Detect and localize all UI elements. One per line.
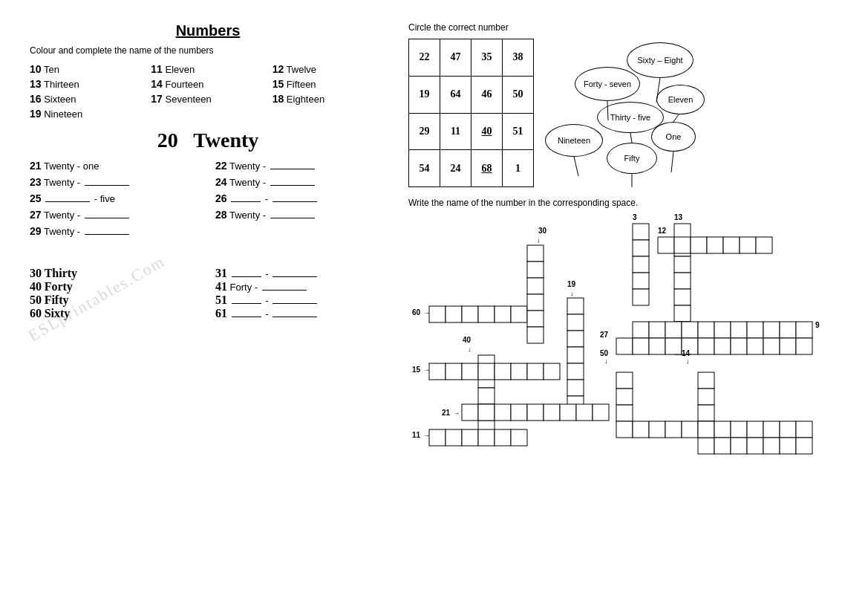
num-14: 14 Fourteen (151, 78, 264, 90)
svg-rect-145 (796, 438, 812, 454)
svg-rect-106 (649, 338, 665, 354)
svg-line-2 (673, 114, 679, 122)
svg-rect-51 (462, 404, 478, 421)
svg-line-3 (630, 133, 632, 143)
svg-rect-84 (658, 237, 674, 253)
cell-68: 68 (471, 150, 503, 187)
svg-rect-13 (462, 306, 478, 322)
svg-rect-52 (478, 404, 495, 421)
svg-rect-26 (567, 314, 584, 331)
svg-rect-137 (763, 421, 780, 438)
num-18: 18 Eighteen (273, 93, 386, 105)
tens-left-col: 30 Thirty 40 Forty 50 Fifty 60 Sixty (30, 267, 200, 320)
svg-rect-135 (731, 421, 747, 438)
svg-rect-110 (714, 338, 731, 354)
svg-rect-109 (698, 338, 714, 354)
svg-rect-22 (527, 327, 544, 343)
svg-rect-104 (616, 338, 633, 354)
cell-64: 64 (440, 76, 471, 113)
svg-rect-128 (698, 438, 714, 454)
balloon-forty-seven: Forty - seven (575, 67, 640, 101)
crossword-svg: 30 ↓ 60 → 19 (408, 212, 824, 465)
balloon-one: One (651, 122, 696, 152)
svg-rect-98 (731, 322, 747, 338)
svg-rect-75 (633, 289, 649, 305)
svg-rect-143 (763, 438, 780, 454)
numbers-21-29: 21 Twenty - one 22 Twenty - 23 Twenty - … (30, 160, 386, 237)
svg-rect-19 (527, 278, 544, 294)
svg-rect-47 (527, 363, 544, 380)
num-60: 60 Sixty (30, 307, 200, 320)
svg-rect-44 (478, 363, 495, 380)
svg-rect-88 (723, 237, 740, 253)
svg-rect-18 (527, 262, 544, 278)
svg-text:→: → (453, 409, 460, 417)
svg-rect-99 (747, 322, 763, 338)
svg-rect-113 (763, 338, 780, 354)
svg-rect-141 (731, 438, 747, 454)
svg-text:↓: ↓ (537, 236, 541, 244)
cell-19: 19 (409, 76, 440, 113)
num-28: 28 Twenty - (215, 209, 386, 221)
svg-rect-115 (796, 338, 812, 354)
svg-rect-85 (674, 237, 691, 253)
num-22: 22 Twenty - (215, 160, 386, 172)
svg-rect-122 (616, 405, 633, 421)
svg-text:30: 30 (538, 227, 547, 235)
svg-text:13: 13 (674, 213, 683, 221)
svg-rect-74 (633, 273, 649, 289)
svg-rect-101 (780, 322, 796, 338)
num-16: 16 Sixteen (30, 93, 143, 105)
svg-rect-136 (747, 421, 763, 438)
svg-line-4 (574, 157, 578, 176)
svg-rect-144 (780, 438, 796, 454)
num-21: 21 Twenty - one (30, 160, 200, 172)
svg-rect-138 (780, 421, 796, 438)
svg-rect-72 (633, 240, 649, 256)
svg-rect-87 (707, 237, 723, 253)
svg-rect-48 (544, 363, 560, 380)
svg-text:↓: ↓ (570, 290, 574, 297)
svg-rect-63 (446, 429, 462, 446)
left-column: Numbers Colour and complete the name of … (30, 22, 386, 588)
svg-rect-11 (429, 306, 446, 322)
write-instruction: Write the name of the number in the corr… (408, 198, 838, 208)
instruction-colour: Colour and complete the name of the numb… (30, 45, 386, 56)
svg-text:50: 50 (600, 349, 609, 357)
cell-29: 29 (409, 113, 440, 150)
svg-rect-14 (478, 306, 495, 322)
circle-instruction: Circle the correct number (408, 22, 838, 33)
svg-rect-96 (698, 322, 714, 338)
svg-rect-112 (747, 338, 763, 354)
svg-rect-89 (740, 237, 756, 253)
num-29: 29 Twenty - (30, 225, 200, 237)
num-17: 17 Seventeen (151, 93, 264, 105)
svg-rect-20 (527, 294, 544, 311)
svg-text:19: 19 (567, 280, 576, 288)
balloon-nineteen: Nineteen (545, 124, 603, 157)
cell-35: 35 (471, 39, 503, 77)
svg-text:9: 9 (815, 321, 820, 329)
svg-text:3: 3 (633, 213, 637, 221)
cell-24: 24 (440, 150, 471, 187)
svg-rect-57 (560, 404, 576, 421)
svg-text:40: 40 (463, 336, 471, 344)
svg-rect-55 (527, 404, 544, 421)
svg-rect-53 (495, 404, 511, 421)
tens-section: 30 Thirty 40 Forty 50 Fifty 60 Sixty 31 … (30, 267, 386, 320)
right-column: Circle the correct number 22 47 35 38 19… (408, 22, 838, 588)
twenty-title: 20 Twenty (30, 129, 386, 152)
svg-rect-120 (616, 372, 633, 389)
svg-rect-132 (682, 421, 698, 438)
svg-rect-125 (698, 389, 714, 405)
svg-rect-102 (796, 322, 812, 338)
svg-rect-124 (698, 372, 714, 389)
svg-rect-97 (714, 322, 731, 338)
cell-11: 11 (440, 113, 471, 150)
svg-rect-29 (567, 363, 584, 380)
svg-rect-142 (747, 438, 763, 454)
num-24: 24 Twenty - (215, 176, 386, 188)
svg-rect-105 (633, 338, 649, 354)
svg-rect-107 (665, 338, 682, 354)
svg-rect-42 (446, 363, 462, 380)
